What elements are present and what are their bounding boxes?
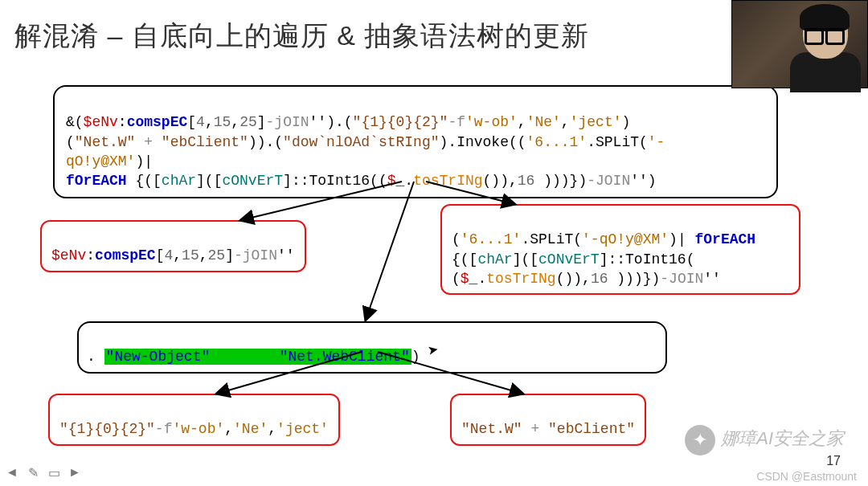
watermark-csdn: CSDN @Eastmount: [756, 470, 857, 483]
code-box-bottom-right: "Net.W" + "ebClient": [450, 394, 646, 446]
code-box-right: ('6...1'.SPLiT('-qO!y@XM')| fOrEACH {([c…: [440, 204, 800, 295]
slide-toolbar: ◄ ✎ ▭ ►: [3, 464, 84, 481]
code-box-top: &($eNv:comspEC[4,15,25]-jOIN'').("{1}{0}…: [53, 85, 778, 198]
webcam-overlay: [731, 0, 868, 88]
page-number: 17: [826, 454, 841, 468]
wechat-icon: ✦: [685, 425, 715, 455]
edit-button[interactable]: ✎: [24, 464, 42, 481]
code-box-result: . "New-Object" "Net.WebClient"): [77, 321, 667, 374]
next-slide-button[interactable]: ►: [66, 464, 84, 481]
slide-title: 解混淆 – 自底向上的遍历 & 抽象语法树的更新: [14, 18, 589, 55]
notes-button[interactable]: ▭: [45, 464, 63, 481]
svg-line-1: [366, 182, 414, 320]
code-box-left: $eNv:comspEC[4,15,25]-jOIN'': [40, 220, 306, 272]
prev-slide-button[interactable]: ◄: [3, 464, 21, 481]
watermark-text: 娜璋AI安全之家: [721, 427, 844, 451]
code-box-bottom-left: "{1}{0}{2}"-f'w-ob','Ne','ject': [48, 394, 340, 446]
